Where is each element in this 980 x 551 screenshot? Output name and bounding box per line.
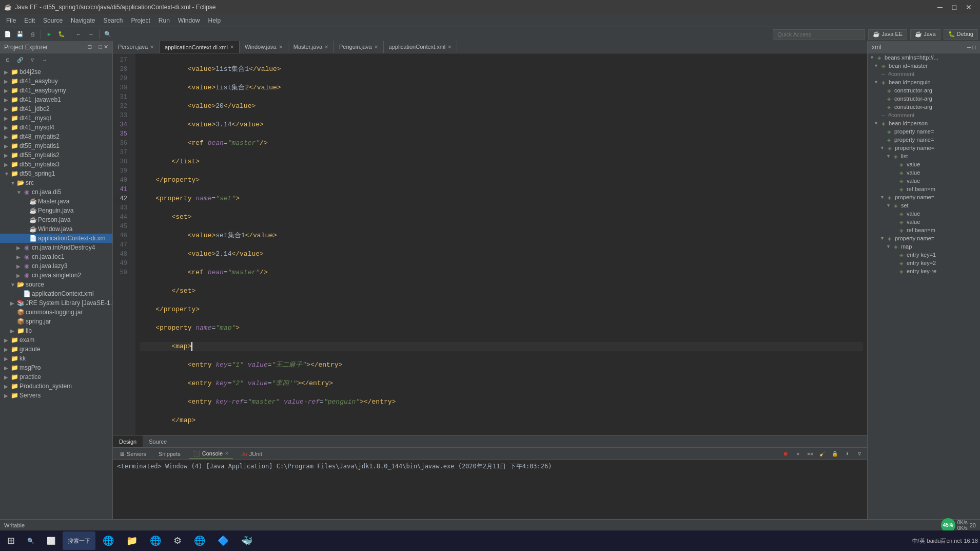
console-tab-junit[interactable]: Ju JUnit: [237, 450, 266, 458]
tree-item-kk[interactable]: ▶📁kk: [0, 354, 112, 363]
close-tab-penguin[interactable]: ✕: [374, 44, 378, 50]
tree-item-src[interactable]: ▼📂src: [0, 178, 112, 187]
menu-project[interactable]: Project: [127, 14, 154, 27]
outline-property-set[interactable]: ▼ ◈ property name=: [868, 193, 980, 201]
outline-set[interactable]: ▼ ◈ set: [868, 201, 980, 210]
tree-item-dt41-easybuymy[interactable]: ▶📁dt41_easybuymy: [0, 86, 112, 95]
forward-history-button[interactable]: →: [39, 54, 50, 66]
console-scroll-end-button[interactable]: ⬇: [841, 448, 853, 460]
source-tab[interactable]: Source: [143, 435, 173, 448]
code-editor[interactable]: <value>list集合1</value> <value>list集合2</v…: [135, 53, 867, 435]
close-tab-person[interactable]: ✕: [150, 44, 154, 50]
tree-item-appcontext-xml[interactable]: ·📄applicationContext.xml: [0, 289, 112, 298]
tree-item-cn-java-intanddestroy4[interactable]: ▶◉cn.java.intAndDestroy4: [0, 243, 112, 252]
outline-set-value-1[interactable]: · ◈ value: [868, 210, 980, 218]
tree-item-dt41-mysql[interactable]: ▶📁dt41_mysql: [0, 113, 112, 123]
maximize-button[interactable]: □: [947, 2, 962, 13]
close-tab-master[interactable]: ✕: [324, 44, 328, 50]
menu-navigate[interactable]: Navigate: [67, 14, 99, 27]
outline-constructor-arg-2[interactable]: · ◈ constructor-arg: [868, 94, 980, 103]
tree-item-msgpro[interactable]: ▶📁msgPro: [0, 363, 112, 372]
tree-item-gradute[interactable]: ▶📁gradute: [0, 345, 112, 354]
tree-item-dt55-mybatis3[interactable]: ▶📁dt55_mybatis3: [0, 160, 112, 169]
outline-property-list[interactable]: ▼ ◈ property name=: [868, 144, 980, 152]
tree-item-servers[interactable]: ▶📁Servers: [0, 391, 112, 400]
close-panel-button[interactable]: ✕: [104, 44, 108, 50]
outline-map[interactable]: ▼ ◈ map: [868, 242, 980, 251]
minimize-panel-button[interactable]: ─: [93, 44, 97, 50]
tree-item-practice[interactable]: ▶📁practice: [0, 372, 112, 382]
tree-item-source[interactable]: ▼📂source: [0, 280, 112, 289]
outline-entry-keyref[interactable]: · ◈ entry key-re: [868, 267, 980, 275]
tree-item-dt41-mysql4[interactable]: ▶📁dt41_mysql4: [0, 123, 112, 132]
quick-access-input[interactable]: [773, 29, 865, 40]
search-button[interactable]: 🔍: [102, 29, 113, 40]
outline-bean-master[interactable]: ▼ ◈ bean id=master: [868, 62, 980, 70]
tree-item-dt55-spring1[interactable]: ▼📁dt55_spring1: [0, 169, 112, 178]
console-clear-button[interactable]: 🧹: [817, 448, 828, 460]
run-button[interactable]: ▶: [44, 29, 55, 40]
outline-tree[interactable]: ▼ ◈ beans xmlns=http://... ▼ ◈ bean id=m…: [868, 53, 980, 519]
tree-item-cn-java-lazy3[interactable]: ▶◉cn.java.lazy3: [0, 261, 112, 271]
outline-ref-bean-m[interactable]: · ◈ ref bean=m: [868, 185, 980, 193]
print-button[interactable]: 🖨: [27, 29, 38, 40]
menu-help[interactable]: Help: [204, 14, 225, 27]
back-button[interactable]: ←: [73, 29, 84, 40]
collapse-button[interactable]: ⊟: [87, 44, 92, 50]
taskbar-app-search[interactable]: 搜索一下: [63, 531, 95, 550]
tree-item-dt41-easybuy[interactable]: ▶📁dt41_easybuy: [0, 77, 112, 86]
outline-property-1[interactable]: · ◈ property name=: [868, 127, 980, 136]
console-tab-servers[interactable]: 🖥 Servers: [115, 450, 150, 458]
menu-window[interactable]: Window: [174, 14, 204, 27]
outline-beans[interactable]: ▼ ◈ beans xmlns=http://...: [868, 53, 980, 62]
maximize-panel-button[interactable]: □: [99, 44, 102, 50]
outline-value-3[interactable]: · ◈ value: [868, 177, 980, 185]
console-scroll-lock-button[interactable]: 🔒: [829, 448, 840, 460]
outline-entry-key2[interactable]: · ◈ entry key=2: [868, 259, 980, 267]
save-button[interactable]: 💾: [14, 29, 26, 40]
outline-property-2[interactable]: · ◈ property name=: [868, 136, 980, 144]
close-console-icon[interactable]: ✕: [225, 451, 229, 456]
tree-item-exam[interactable]: ▶📁exam: [0, 335, 112, 345]
tree-item-window-java[interactable]: ·☕Window.java: [0, 224, 112, 234]
tab-window-java[interactable]: Window.java ✕: [240, 41, 288, 53]
tree-item-dt55-mybatis2[interactable]: ▶📁dt55_mybatis2: [0, 150, 112, 160]
tab-penguin-java[interactable]: Penguin.java ✕: [334, 41, 384, 53]
menu-edit[interactable]: Edit: [20, 14, 39, 27]
taskbar-folder-icon[interactable]: 📁: [121, 531, 143, 550]
outline-bean-penguin[interactable]: ▼ ◈ bean id=penguin: [868, 78, 980, 86]
close-button[interactable]: ✕: [962, 2, 976, 13]
tree-item-bd4j2se[interactable]: ▶📁bd4j2se: [0, 67, 112, 77]
tree-item-jre-lib[interactable]: ▶📚JRE System Library [JavaSE-1.8: [0, 298, 112, 308]
debug-perspective[interactable]: 🐛 Debug: [944, 29, 978, 40]
outline-comment-1[interactable]: · -- #comment: [868, 70, 980, 78]
outline-set-ref[interactable]: · ◈ ref bean=m: [868, 226, 980, 234]
tree-item-person-java[interactable]: ·☕Person.java: [0, 215, 112, 224]
link-editor-button[interactable]: 🔗: [14, 54, 26, 66]
tree-item-dt41-javaweb1[interactable]: ▶📁dt41_javaweb1: [0, 95, 112, 104]
task-view-button[interactable]: ⬜: [42, 531, 61, 550]
tree-item-cn-java-di5[interactable]: ▼◉cn.java.di5: [0, 187, 112, 197]
taskbar-chrome-icon[interactable]: 🌐: [145, 531, 166, 550]
minimize-button[interactable]: ─: [933, 2, 947, 13]
new-button[interactable]: 📄: [2, 29, 13, 40]
console-remove-button[interactable]: ✕: [792, 448, 803, 460]
outline-constructor-arg-1[interactable]: · ◈ constructor-arg: [868, 86, 980, 94]
close-tab-appcontext-di[interactable]: ✕: [230, 44, 234, 50]
menu-file[interactable]: File: [2, 14, 20, 27]
close-tab-appcontext[interactable]: ✕: [447, 44, 452, 50]
tree-item-penguin-java[interactable]: ·☕Penguin.java: [0, 206, 112, 215]
outline-value-1[interactable]: · ◈ value: [868, 160, 980, 168]
tree-item-dt55-mybatis1[interactable]: ▶📁dt55_mybatis1: [0, 141, 112, 150]
tree-item-cn-java-singleton2[interactable]: ▶◉cn.java.singleton2: [0, 271, 112, 280]
tree-item-master-java[interactable]: ·☕Master.java: [0, 197, 112, 206]
taskbar-settings-icon[interactable]: ⚙: [168, 531, 187, 550]
console-menu-button[interactable]: ▽: [854, 448, 865, 460]
console-terminate-button[interactable]: ⏹: [780, 448, 791, 460]
start-button[interactable]: ⊞: [2, 531, 20, 550]
outline-minimize-button[interactable]: ─: [967, 44, 971, 50]
tree-item-production-system[interactable]: ▶📁Production_system: [0, 382, 112, 391]
outline-maximize-button[interactable]: □: [972, 44, 976, 50]
collapse-all-button[interactable]: ⊟: [2, 54, 13, 66]
taskbar-ie-icon[interactable]: 🌐: [97, 531, 119, 550]
